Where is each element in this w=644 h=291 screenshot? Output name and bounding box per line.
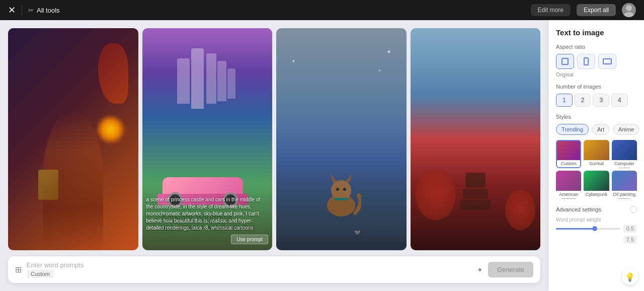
svg-point-3 [331, 180, 351, 200]
aspect-portrait-button[interactable] [577, 54, 595, 69]
advanced-settings-toggle[interactable] [630, 206, 637, 213]
american-cartoon-thumb [556, 171, 581, 191]
surreal-thumb [584, 140, 609, 160]
num-btn-4[interactable]: 4 [611, 94, 628, 107]
hair-decoration [98, 43, 128, 104]
aspect-square-button[interactable] [556, 54, 574, 69]
image-card-4[interactable] [411, 28, 541, 250]
num-images-label: Number of images [556, 84, 637, 90]
image-card-1[interactable] [8, 28, 138, 250]
lightbulb-button[interactable]: 💡 [622, 269, 638, 285]
topbar-divider [22, 5, 22, 15]
sparkle-3: ✦ [291, 58, 295, 64]
style-card-cyberpunk[interactable]: Cyberpunk [584, 171, 609, 199]
image-area: a scene of princess castle and cars in t… [0, 20, 548, 291]
aspect-ratio-label: Aspect ratio [556, 44, 637, 50]
styles-label: Styles [556, 114, 637, 120]
generate-button[interactable]: Generate [488, 262, 533, 277]
input-icon: ⊞ [15, 265, 22, 274]
topbar: ✕ ✂ All tools Edit more Export all [0, 0, 644, 20]
computer-game-label: Computer game [612, 160, 637, 168]
svg-marker-5 [345, 174, 352, 183]
style-card-computer-game[interactable]: Computer game [612, 140, 637, 168]
pagoda-decoration [460, 173, 491, 210]
svg-point-1 [624, 12, 634, 17]
weight-slider[interactable] [556, 228, 620, 230]
num-images-group: 1 2 3 4 [556, 94, 637, 107]
input-content: Enter word prompts Custom [27, 261, 472, 278]
image-card-2[interactable]: a scene of princess castle and cars in t… [142, 28, 273, 250]
app-logo: ✕ [8, 5, 16, 16]
negative-prompt-row: 7.5 [556, 236, 637, 244]
castle-decoration [177, 48, 237, 119]
custom-thumb [556, 140, 581, 160]
svg-point-8 [343, 188, 346, 191]
right-panel: Text to image Aspect ratio Original Numb… [548, 20, 644, 291]
style-tab-anime[interactable]: Anime [613, 124, 639, 135]
svg-rect-6 [334, 198, 348, 200]
magic-enhance-button[interactable]: ✦ [477, 266, 483, 274]
portrait-icon [584, 57, 589, 65]
input-bar: ⊞ Enter word prompts Custom ✦ Generate [8, 256, 540, 283]
image-grid: a scene of princess castle and cars in t… [8, 28, 540, 250]
word-prompt-weight-label: Word prompt weight [556, 217, 637, 223]
small-animal: 🐭 [354, 230, 360, 235]
square-icon [561, 58, 569, 65]
custom-label: Custom [556, 160, 581, 167]
main-layout: a scene of princess castle and cars in t… [0, 20, 644, 291]
advanced-settings-label: Advanced settings [556, 206, 601, 212]
surreal-label: Surreal [584, 160, 609, 167]
num-btn-3[interactable]: 3 [593, 94, 609, 107]
armor-decoration [38, 170, 58, 200]
style-tabs: Trending Art Anime [556, 124, 637, 135]
style-card-oil-painting[interactable]: Oil painting anime [612, 171, 637, 199]
num-btn-1[interactable]: 1 [556, 94, 573, 107]
weight-value: 0.5 [623, 225, 637, 233]
avatar[interactable] [622, 3, 636, 17]
sparkle-1: ✦ [386, 48, 391, 55]
scissors-icon: ✂ [28, 7, 34, 14]
sparkle-2: ✦ [378, 68, 381, 73]
advanced-settings-row: Advanced settings [556, 206, 637, 213]
style-card-surreal[interactable]: Surreal [584, 140, 609, 168]
prompt-text: a scene of princess castle and cars in t… [146, 196, 269, 232]
word-prompt-weight-row: 0.5 [556, 225, 637, 233]
num-btn-2[interactable]: 2 [575, 94, 591, 107]
export-all-button[interactable]: Export all [577, 4, 616, 16]
panel-title: Text to image [556, 28, 637, 37]
input-placeholder[interactable]: Enter word prompts [27, 261, 472, 269]
topbar-title: ✂ All tools [28, 7, 60, 14]
foliage-left [416, 170, 456, 220]
input-tag[interactable]: Custom [27, 270, 54, 278]
style-grid: Custom Surreal Computer game American ca… [556, 140, 637, 199]
use-prompt-button[interactable]: Use prompt [231, 235, 268, 244]
cyberpunk-thumb [584, 171, 609, 191]
mist-overlay [411, 28, 541, 139]
aspect-landscape-button[interactable] [598, 54, 616, 69]
style-tab-trending[interactable]: Trending [556, 124, 589, 135]
oil-painting-thumb [612, 171, 637, 191]
cyberpunk-label: Cyberpunk [584, 191, 609, 198]
svg-point-7 [336, 188, 339, 191]
oil-painting-label: Oil painting anime [612, 191, 637, 199]
landscape-icon [603, 58, 612, 64]
style-card-custom[interactable]: Custom [556, 140, 581, 168]
style-card-american-cartoon[interactable]: American cartoon [556, 171, 581, 199]
image-card-3[interactable]: 🐭 ✦ ✦ ✦ [276, 28, 407, 250]
aspect-sublabel: Original [556, 72, 637, 78]
foliage-right [505, 190, 535, 230]
fireball-effect [98, 117, 123, 142]
svg-marker-4 [330, 174, 337, 183]
svg-point-0 [626, 5, 632, 11]
aspect-ratio-group [556, 54, 637, 69]
style-tab-art[interactable]: Art [592, 124, 610, 135]
edit-more-button[interactable]: Edit more [531, 4, 571, 16]
cat-silhouette [321, 168, 361, 220]
negative-prompt-value: 7.5 [623, 236, 637, 244]
american-cartoon-label: American cartoon [556, 191, 581, 199]
computer-game-thumb [612, 140, 637, 160]
prompt-overlay: a scene of princess castle and cars in t… [146, 196, 269, 244]
